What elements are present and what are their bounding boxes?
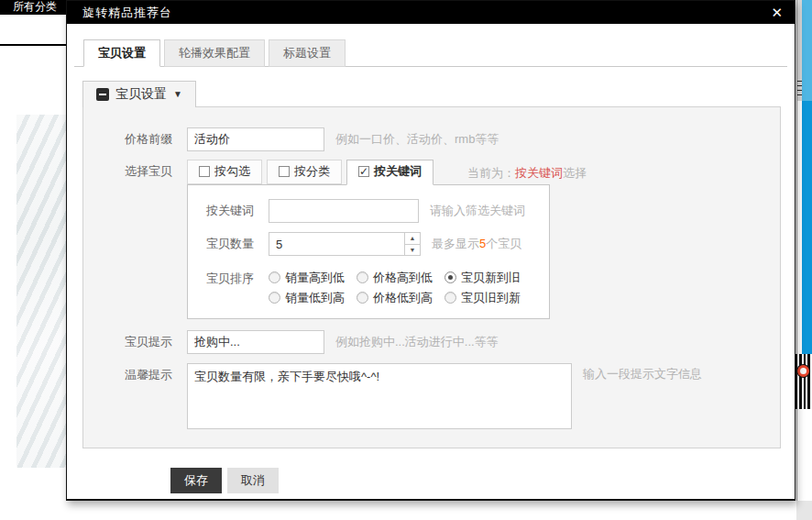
item-tip-hint: 例如抢购中...活动进行中...等等 (335, 330, 499, 354)
stepper-down-icon[interactable]: ▼ (405, 245, 420, 256)
radio-icon[interactable] (444, 292, 456, 304)
tab-carousel-config[interactable]: 轮播效果配置 (164, 39, 265, 67)
qr-code-fragment (796, 354, 812, 409)
quantity-row: 宝贝数量 ▲ ▼ 最多显示5个宝贝 (206, 232, 549, 256)
quantity-hint: 最多显示5个宝贝 (432, 232, 521, 256)
keyword-hint: 请输入筛选关键词 (430, 199, 525, 223)
mode-tab-label: 按勾选 (214, 164, 250, 179)
price-prefix-label: 价格前缀 (125, 127, 178, 151)
background-image (16, 115, 66, 468)
right-strip-blue-dark (802, 101, 812, 362)
radio-icon[interactable] (357, 271, 368, 283)
keyword-settings-box: 按关键词 请输入筛选关键词 宝贝数量 ▲ ▼ (187, 184, 550, 319)
select-mode-tabs: 按勾选 按分类 按关键词 当前为：按关键词选择 (187, 160, 587, 184)
item-settings-section: 宝贝设置 ▼ 价格前缀 例如一口价、活动价、rmb等等 选择宝贝 按勾选 (82, 81, 781, 448)
dialog-tabs: 宝贝设置 轮播效果配置 标题设置 (74, 39, 787, 67)
tab-title-settings[interactable]: 标题设置 (269, 39, 346, 67)
dialog-header: 旋转精品推荐台 ✕ (67, 1, 795, 24)
dialog-title: 旋转精品推荐台 (82, 5, 172, 21)
warm-tip-hint: 输入一段提示文字信息 (583, 366, 702, 382)
settings-dialog: 旋转精品推荐台 ✕ 宝贝设置 轮播效果配置 标题设置 宝贝设置 ▼ 价格前缀 例… (66, 0, 796, 501)
sort-option-price-asc[interactable]: 价格低到高 (357, 291, 433, 304)
quantity-label: 宝贝数量 (206, 232, 261, 256)
background-nav-label[interactable]: 所有分类 (13, 0, 57, 13)
price-prefix-row: 价格前缀 例如一口价、活动价、rmb等等 (125, 127, 780, 151)
mode-tab-by-category[interactable]: 按分类 (267, 160, 342, 184)
section-title: 宝贝设置 (115, 86, 167, 102)
sort-option-sales-asc[interactable]: 销量低到高 (269, 291, 345, 304)
sort-option-label: 价格高到低 (373, 271, 433, 284)
quantity-stepper: ▲ ▼ (269, 232, 421, 256)
mode-tab-label: 按关键词 (374, 164, 422, 179)
radio-icon[interactable] (269, 271, 280, 283)
cancel-button[interactable]: 取消 (227, 468, 279, 493)
warm-tip-textarea[interactable]: 宝贝数量有限，亲下手要尽快哦^-^! (187, 363, 572, 429)
mode-tab-by-keyword[interactable]: 按关键词 (346, 160, 433, 185)
item-tip-label: 宝贝提示 (125, 330, 178, 354)
sort-option-label: 销量低到高 (285, 291, 345, 304)
background-divider (0, 44, 66, 46)
background-right-strip (796, 0, 812, 520)
warm-tip-row: 温馨提示 宝贝数量有限，亲下手要尽快哦^-^! 输入一段提示文字信息 (125, 363, 780, 429)
sort-label: 宝贝排序 (206, 267, 261, 291)
checkbox-icon[interactable] (199, 166, 210, 177)
checkbox-icon[interactable] (358, 166, 369, 177)
radio-icon[interactable] (444, 271, 456, 283)
close-icon[interactable]: ✕ (771, 6, 783, 19)
sort-option-label: 价格低到高 (373, 291, 433, 304)
price-prefix-input[interactable] (187, 127, 324, 151)
keyword-label: 按关键词 (206, 199, 261, 223)
sort-option-sales-desc[interactable]: 销量高到低 (269, 271, 345, 284)
caret-down-icon: ▼ (173, 86, 182, 102)
select-mode-row: 选择宝贝 按勾选 按分类 按关键词 (125, 160, 780, 319)
select-mode-column: 按勾选 按分类 按关键词 当前为：按关键词选择 (187, 160, 587, 319)
checkbox-icon[interactable] (279, 166, 290, 177)
mode-tab-label: 按分类 (294, 164, 330, 179)
keyword-input[interactable] (269, 199, 419, 223)
radio-icon[interactable] (357, 292, 368, 304)
current-mode-value: 按关键词 (515, 166, 563, 180)
sort-option-newest[interactable]: 宝贝新到旧 (444, 271, 521, 284)
save-button[interactable]: 保存 (170, 468, 222, 493)
current-mode-hint: 当前为：按关键词选择 (467, 161, 587, 184)
tab-item-settings[interactable]: 宝贝设置 (83, 39, 160, 67)
sort-option-label: 宝贝旧到新 (461, 291, 521, 304)
warm-tip-label: 温馨提示 (125, 363, 178, 387)
right-strip-blue-light (802, 0, 812, 101)
dialog-footer: 保存 取消 (170, 468, 795, 493)
item-tip-row: 宝贝提示 例如抢购中...活动进行中...等等 (125, 330, 780, 354)
sort-option-price-desc[interactable]: 价格高到低 (357, 271, 433, 284)
quantity-input[interactable] (269, 233, 404, 255)
background-nav-bar: 所有分类 (0, 0, 68, 15)
collapse-icon[interactable] (96, 88, 109, 101)
radio-icon[interactable] (269, 292, 280, 304)
stepper-up-icon[interactable]: ▲ (405, 233, 420, 245)
price-prefix-hint: 例如一口价、活动价、rmb等等 (335, 127, 499, 151)
sort-option-oldest[interactable]: 宝贝旧到新 (444, 291, 521, 304)
sort-option-label: 宝贝新到旧 (461, 271, 521, 284)
stepper-buttons: ▲ ▼ (404, 233, 420, 255)
sort-option-label: 销量高到低 (285, 271, 345, 284)
keyword-row: 按关键词 请输入筛选关键词 (206, 199, 549, 223)
mode-tab-by-check[interactable]: 按勾选 (187, 160, 262, 184)
qr-code-logo (797, 365, 809, 377)
select-mode-label: 选择宝贝 (125, 160, 178, 183)
item-tip-input[interactable] (187, 330, 324, 354)
sort-options: 销量高到低 价格高到低 宝贝新到旧 (269, 267, 532, 304)
right-strip-bottom (796, 501, 812, 520)
section-header[interactable]: 宝贝设置 ▼ (82, 81, 196, 107)
sort-row: 宝贝排序 销量高到低 价格高到低 (206, 267, 549, 304)
section-body: 价格前缀 例如一口价、活动价、rmb等等 选择宝贝 按勾选 按分类 (82, 106, 781, 448)
